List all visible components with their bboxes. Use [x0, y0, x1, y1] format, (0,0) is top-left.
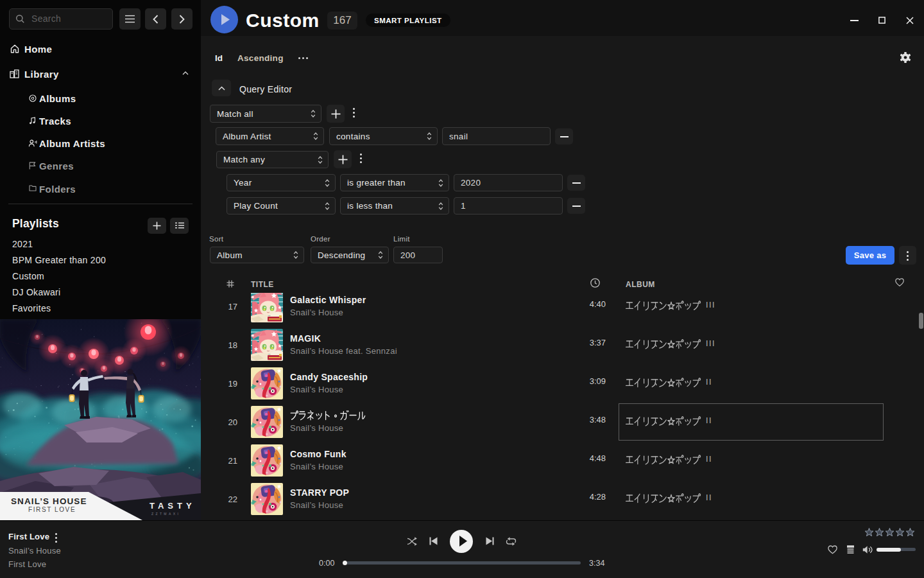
svg-text:FIRST LOVE: FIRST LOVE: [28, 506, 76, 513]
svg-text:ZZTMAXI: ZZTMAXI: [151, 512, 180, 516]
svg-text:SNAIL’S HOUSE: SNAIL’S HOUSE: [11, 496, 87, 506]
svg-text:TASTY: TASTY: [150, 501, 196, 511]
